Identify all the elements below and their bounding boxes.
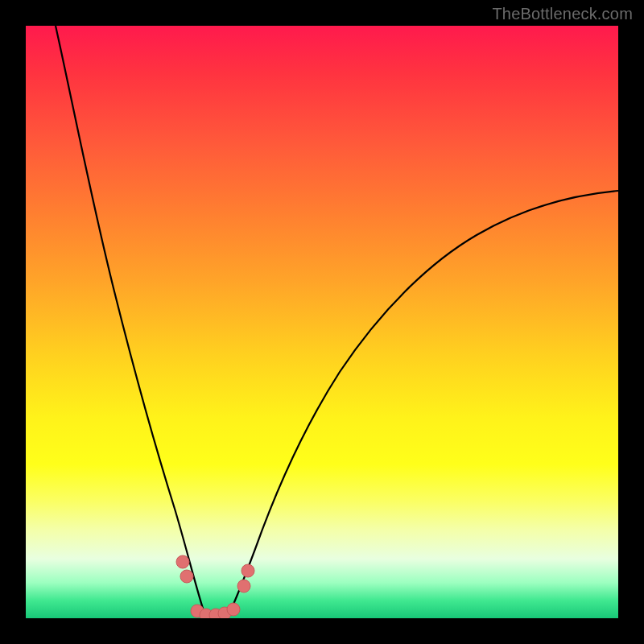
chart-frame: TheBottleneck.com [0,0,644,644]
data-marker [227,603,240,616]
plot-area [26,26,618,618]
marker-layer [26,26,618,618]
data-marker [176,555,189,568]
watermark-text: TheBottleneck.com [492,5,633,23]
data-marker [180,570,193,583]
data-marker [242,564,254,577]
data-marker [237,580,250,592]
